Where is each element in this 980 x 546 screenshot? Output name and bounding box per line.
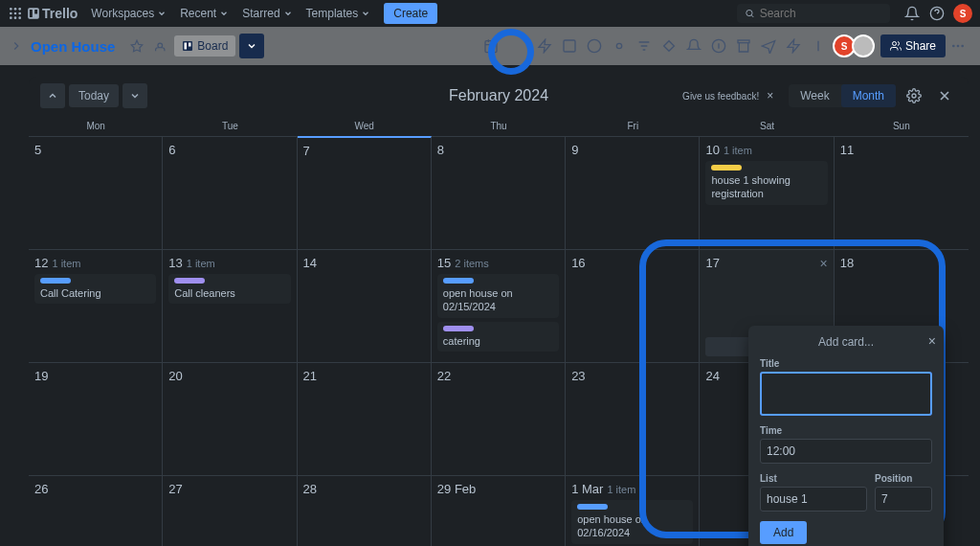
nav-workspaces[interactable]: Workspaces xyxy=(91,7,167,20)
cal-cell-5[interactable]: 5 xyxy=(29,136,163,249)
cal-cell-10[interactable]: 101 item house 1 showing registration xyxy=(700,136,834,249)
time-label: Time xyxy=(760,425,932,436)
cal-cell-21[interactable]: 21 xyxy=(298,362,432,475)
svg-rect-18 xyxy=(564,40,575,52)
archive-icon[interactable] xyxy=(736,38,751,54)
cal-cell-6[interactable]: 6 xyxy=(163,136,297,249)
day-labels: MonTueWedThuFriSatSun xyxy=(29,115,969,136)
nav-recent[interactable]: Recent xyxy=(180,7,229,20)
location-icon[interactable] xyxy=(761,38,776,54)
cal-prev-button[interactable] xyxy=(40,83,65,108)
cell-close-icon[interactable]: × xyxy=(820,256,828,271)
svg-point-2 xyxy=(18,8,21,11)
modal-title: Add card...× xyxy=(760,335,932,349)
position-select[interactable]: 7 xyxy=(875,487,932,512)
cal-cell-1mar[interactable]: 1 Mar1 item open house on 02/16/2024 xyxy=(566,475,700,546)
card-open-house-15[interactable]: open house on 02/15/2024 xyxy=(437,274,559,318)
automation-icon-2[interactable] xyxy=(612,38,627,54)
list-select[interactable]: house 1 xyxy=(760,487,867,512)
feedback-close-icon[interactable]: × xyxy=(767,89,773,102)
bell-icon[interactable] xyxy=(686,38,702,54)
search-box[interactable] xyxy=(737,4,890,23)
trello-logo[interactable]: Trello xyxy=(27,6,78,21)
svg-point-6 xyxy=(10,16,12,19)
calendar-header: Today February 2024 Give us feedback! × … xyxy=(29,77,969,115)
apps-grid-icon[interactable] xyxy=(8,6,23,21)
svg-rect-16 xyxy=(189,43,191,47)
notification-icon[interactable] xyxy=(904,6,920,21)
cal-cell-9[interactable]: 9 xyxy=(566,136,700,249)
cal-cell-19[interactable]: 19 xyxy=(29,362,163,475)
star-icon[interactable] xyxy=(130,39,144,53)
time-input[interactable] xyxy=(760,439,932,464)
cal-cell-11[interactable]: 11 xyxy=(835,136,969,249)
title-input[interactable] xyxy=(760,372,932,416)
cal-next-button[interactable] xyxy=(122,83,147,108)
add-button[interactable]: Add xyxy=(760,521,807,544)
cal-cell-26[interactable]: 26 xyxy=(29,475,163,546)
svg-point-26 xyxy=(912,94,916,98)
info-icon[interactable] xyxy=(711,38,726,54)
card-call-cleaners[interactable]: Call cleaners xyxy=(168,274,290,304)
card-house1-showing[interactable]: house 1 showing registration xyxy=(705,161,827,205)
cal-cell-29[interactable]: 29 Feb xyxy=(432,475,566,546)
cal-cell-8[interactable]: 8 xyxy=(432,136,566,249)
cal-cell-7[interactable]: 7 xyxy=(298,136,432,249)
modal-close-icon[interactable]: × xyxy=(928,333,936,349)
search-icon xyxy=(745,8,755,19)
card-open-house-16[interactable]: open house on 02/16/2024 xyxy=(571,500,693,544)
svg-point-19 xyxy=(588,39,600,52)
title-label: Title xyxy=(760,358,932,369)
bolt-icon[interactable] xyxy=(786,38,801,54)
help-icon[interactable] xyxy=(929,6,945,21)
settings-icon[interactable] xyxy=(906,88,922,103)
svg-point-7 xyxy=(14,16,17,19)
automation-icon-1[interactable] xyxy=(587,38,602,54)
board-view-button[interactable]: Board xyxy=(174,35,235,57)
list-icon[interactable] xyxy=(562,38,577,54)
search-input[interactable] xyxy=(760,7,882,20)
add-card-modal: Add card...× Title Time List house 1 Pos… xyxy=(748,326,944,546)
expand-sidebar-icon[interactable] xyxy=(10,39,23,53)
nav-starred[interactable]: Starred xyxy=(242,7,292,20)
more-icon[interactable] xyxy=(950,38,966,54)
card-catering[interactable]: catering xyxy=(437,322,559,352)
tag-icon[interactable] xyxy=(661,38,677,54)
board-members[interactable]: S xyxy=(836,34,875,57)
cal-cell-15[interactable]: 152 items open house on 02/15/2024 cater… xyxy=(432,249,566,362)
create-button[interactable]: Create xyxy=(384,3,437,24)
svg-point-25 xyxy=(961,45,964,48)
nav-templates[interactable]: Templates xyxy=(306,7,371,20)
powerup-icon[interactable] xyxy=(537,38,552,54)
week-view-button[interactable]: Week xyxy=(789,84,840,107)
svg-point-1 xyxy=(14,8,17,11)
cal-cell-27[interactable]: 27 xyxy=(163,475,297,546)
view-switcher-dropdown[interactable] xyxy=(239,34,264,58)
cal-cell-28[interactable]: 28 xyxy=(298,475,432,546)
board-icon xyxy=(182,40,193,52)
svg-point-5 xyxy=(18,12,21,15)
cal-cell-23[interactable]: 23 xyxy=(566,362,700,475)
cal-cell-16[interactable]: 16 xyxy=(566,249,700,362)
svg-point-24 xyxy=(957,45,960,48)
cal-cell-13[interactable]: 131 item Call cleaners xyxy=(163,249,297,362)
cal-cell-22[interactable]: 22 xyxy=(432,362,566,475)
today-button[interactable]: Today xyxy=(69,84,119,107)
svg-rect-10 xyxy=(30,10,33,17)
feedback-link[interactable]: Give us feedback! xyxy=(682,91,759,102)
visibility-icon[interactable] xyxy=(155,39,168,53)
user-avatar[interactable]: S xyxy=(953,4,972,23)
svg-rect-11 xyxy=(34,10,37,14)
member-avatar-2[interactable] xyxy=(852,34,875,57)
cal-cell-20[interactable]: 20 xyxy=(163,362,297,475)
close-panel-icon[interactable] xyxy=(937,88,952,103)
svg-point-12 xyxy=(746,10,752,15)
filter-icon[interactable] xyxy=(636,38,652,54)
month-view-button[interactable]: Month xyxy=(841,84,896,107)
board-title: Open House xyxy=(31,38,115,55)
card-call-catering[interactable]: Call Catering xyxy=(34,274,156,304)
top-nav: Trello Workspaces Recent Starred Templat… xyxy=(0,0,980,27)
cal-cell-12[interactable]: 121 item Call Catering xyxy=(29,249,163,362)
cal-cell-14[interactable]: 14 xyxy=(298,249,432,362)
share-button[interactable]: Share xyxy=(880,34,946,57)
